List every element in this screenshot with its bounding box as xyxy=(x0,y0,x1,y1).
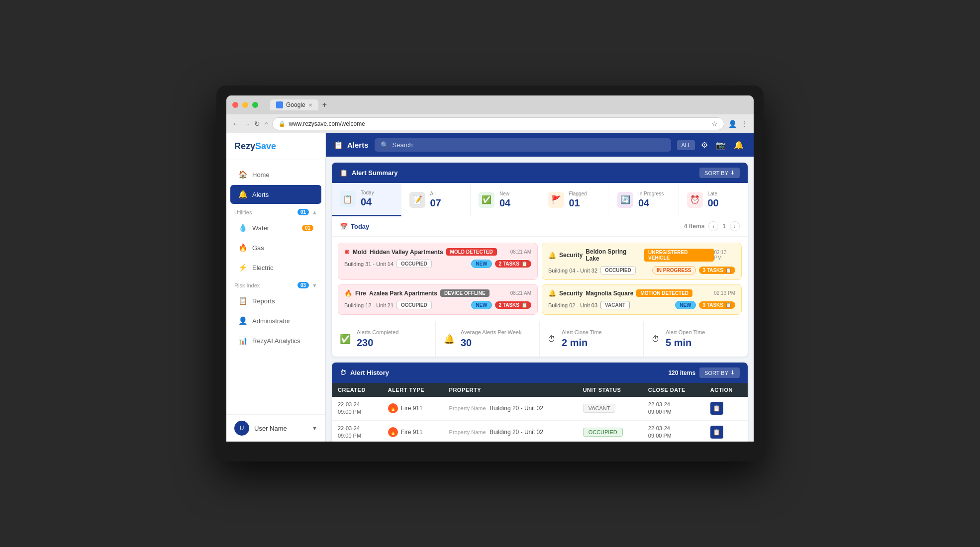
alert-summary-icon: 📋 xyxy=(340,169,348,177)
alert-history-card: ⏱ Alert History 120 items SORT BY ⬇ xyxy=(332,363,748,442)
next-page-button[interactable]: › xyxy=(730,221,740,231)
action-button-0[interactable]: 📋 xyxy=(710,402,723,415)
mold-alert-icon: ⊗ xyxy=(344,248,350,256)
stat-all-label: All xyxy=(430,191,441,196)
history-header: ⏱ Alert History 120 items SORT BY ⬇ xyxy=(332,363,748,383)
avg-per-week-icon: 🔔 xyxy=(444,334,455,345)
camera-button[interactable]: 📷 xyxy=(714,138,728,152)
alert-summary-sort-button[interactable]: SORT BY ⬇ xyxy=(699,168,740,178)
prev-page-button[interactable]: ‹ xyxy=(708,221,718,231)
alert-1-footer: Building 31 - Unit 14 OCCUPIED NEW 2 TAS… xyxy=(344,260,531,268)
sidebar-home-label: Home xyxy=(252,171,270,179)
alert-3-header: 🔥 Fire Azalea Park Apartments DEVICE OFF… xyxy=(344,289,531,297)
alerts-completed-info: Alerts Completed 230 xyxy=(357,329,398,349)
sidebar-item-alerts[interactable]: 🔔 Alerts xyxy=(230,185,321,204)
topbar: 📋 Alerts 🔍 Search ALL ⚙ 📷 🔔 xyxy=(326,133,754,157)
alert-2-header: 🔔 Security Beldon Spring Lake UNREGISTER… xyxy=(548,248,735,262)
stat-flagged-value: 01 xyxy=(569,197,587,209)
alert-3-category: Fire xyxy=(355,290,366,297)
alert-3-tasks-badge: 2 TASKS 📋 xyxy=(495,301,532,309)
cell-close-date-1: 22-03-2409:00 PM xyxy=(642,420,704,442)
new-tab-button[interactable]: + xyxy=(322,100,327,109)
browser-addressbar: ← → ↻ ⌂ 🔒 www.rezysave.com/welcome ☆ 👤 ⋮ xyxy=(226,114,754,133)
risk-toggle[interactable]: ▼ xyxy=(312,282,317,288)
refresh-button[interactable]: ↻ xyxy=(254,120,260,128)
action-button-1[interactable]: 📋 xyxy=(710,426,723,439)
sidebar-item-home[interactable]: 🏠 Home xyxy=(230,165,321,184)
sidebar-electric-label: Electric xyxy=(252,264,274,272)
alert-3-property: Azalea Park Apartments xyxy=(369,290,437,297)
stat-inprogress[interactable]: 🔄 In Progress 04 xyxy=(609,183,679,216)
metric-alerts-completed: ✅ Alerts Completed 230 xyxy=(332,321,436,357)
alert-4-task-icon: 📋 xyxy=(725,302,731,308)
stat-new[interactable]: ✅ New 04 xyxy=(471,183,540,216)
alert-1-category: Mold xyxy=(353,249,367,256)
user-profile-section[interactable]: U User Name ▼ xyxy=(226,414,325,442)
open-time-info: Alert Open Time 5 min xyxy=(666,329,705,349)
stat-inprogress-icon: 🔄 xyxy=(617,192,633,208)
history-header-right: 120 items SORT BY ⬇ xyxy=(668,367,740,378)
col-action: ACTION xyxy=(704,383,748,397)
user-profile-button[interactable]: 👤 xyxy=(728,120,737,128)
sidebar-item-rezyai[interactable]: 📊 RezyAI Analytics xyxy=(230,331,321,350)
today-nav: 4 Items ‹ 1 › xyxy=(684,221,740,231)
sidebar-item-reports[interactable]: 📋 Reports xyxy=(230,291,321,310)
cell-action-1: 📋 xyxy=(704,420,748,442)
sidebar-item-water[interactable]: 💧 Water 01 xyxy=(230,218,321,237)
stat-new-label: New xyxy=(499,191,510,196)
notification-button[interactable]: 🔔 xyxy=(732,138,746,152)
utilities-badge: 01 xyxy=(297,209,309,215)
today-calendar-icon: 📅 xyxy=(340,223,348,230)
sidebar-item-electric[interactable]: ⚡ Electric xyxy=(230,258,321,277)
sidebar-admin-label: Administrator xyxy=(252,317,291,325)
traffic-light-red[interactable] xyxy=(232,102,238,108)
menu-button[interactable]: ⋮ xyxy=(741,120,748,128)
back-button[interactable]: ← xyxy=(232,120,239,128)
col-close-date: CLOSE DATE xyxy=(642,383,704,397)
traffic-light-yellow[interactable] xyxy=(242,102,248,108)
sidebar-alerts-label: Alerts xyxy=(252,191,269,198)
sidebar-item-gas[interactable]: 🔥 Gas xyxy=(230,238,321,257)
alert-summary-card: 📋 Alert Summary SORT BY ⬇ 📋 xyxy=(332,163,748,357)
forward-button[interactable]: → xyxy=(243,120,250,128)
user-avatar: U xyxy=(234,421,249,436)
col-property: PROPERTY xyxy=(443,383,577,397)
fire-icon-0: 🔥 xyxy=(388,403,398,413)
tab-close-button[interactable]: ✕ xyxy=(308,102,312,108)
all-filter-button[interactable]: ALL xyxy=(677,140,695,150)
search-bar[interactable]: 🔍 Search xyxy=(375,138,672,152)
filter-icon-button[interactable]: ⚙ xyxy=(699,138,710,152)
stat-all[interactable]: 📝 All 07 xyxy=(401,183,471,216)
summary-stats: 📋 Today 04 📝 All 07 xyxy=(332,183,748,216)
table-row: 22-03-2409:00 PM 🔥 Fire 911 Property Nam… xyxy=(332,420,748,442)
close-time-info: Alert Close Time 2 min xyxy=(562,329,602,349)
home-nav-button[interactable]: ⌂ xyxy=(264,120,268,128)
cell-property-0: Property Name Building 20 - Unit 02 xyxy=(443,397,577,420)
stat-all-info: All 07 xyxy=(430,191,441,209)
stat-today[interactable]: 📋 Today 04 xyxy=(332,183,401,216)
user-menu-chevron[interactable]: ▼ xyxy=(312,425,317,431)
alert-4-status: VACANT xyxy=(600,301,630,309)
main-content: 📋 Alerts 🔍 Search ALL ⚙ 📷 🔔 xyxy=(326,133,754,442)
stat-late[interactable]: ⏰ Late 00 xyxy=(679,183,748,216)
topbar-title: 📋 Alerts xyxy=(334,141,369,150)
bookmark-icon[interactable]: ☆ xyxy=(711,120,718,128)
sidebar-item-administrator[interactable]: 👤 Administrator xyxy=(230,311,321,330)
sidebar-nav: 🏠 Home 🔔 Alerts Utilities 01 ▲ xyxy=(226,160,325,414)
alert-1-task-icon: 📋 xyxy=(521,261,527,267)
gas-icon: 🔥 xyxy=(238,243,247,252)
utilities-toggle[interactable]: ▲ xyxy=(312,209,317,215)
today-items-count: 4 Items xyxy=(684,223,704,230)
stat-all-icon: 📝 xyxy=(409,192,425,208)
alert-2-title: 🔔 Security Beldon Spring Lake UNREGISTER… xyxy=(548,248,714,262)
stat-flagged[interactable]: 🚩 Flagged 01 xyxy=(540,183,610,216)
content-area: 📋 Alert Summary SORT BY ⬇ 📋 xyxy=(326,157,754,442)
security-alert-icon-1: 🔔 xyxy=(548,252,556,259)
browser-tab-google[interactable]: Google ✕ xyxy=(270,99,318,110)
alerts-grid: ⊗ Mold Hidden Valley Apartments MOLD DET… xyxy=(332,237,748,321)
traffic-light-green[interactable] xyxy=(252,102,258,108)
alert-card-security-magnolia: 🔔 Security Magnolia Square MOTION DETECT… xyxy=(542,284,742,315)
history-sort-button[interactable]: SORT BY ⬇ xyxy=(699,367,740,378)
address-bar[interactable]: 🔒 www.rezysave.com/welcome ☆ xyxy=(272,117,724,130)
user-avatar-initials: U xyxy=(240,425,244,432)
